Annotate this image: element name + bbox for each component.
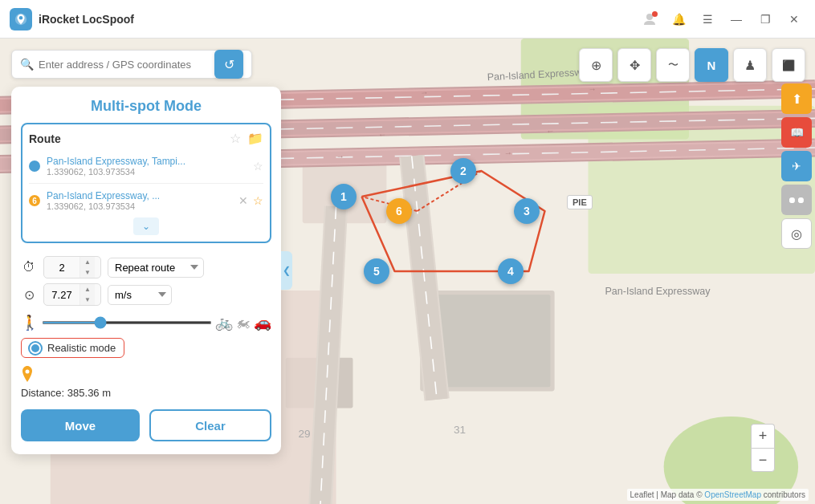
svg-text:←: ← — [377, 130, 386, 140]
map-pin-6[interactable]: 6 — [386, 198, 412, 224]
svg-point-1 — [19, 15, 23, 19]
walk-icon[interactable]: 🚶 — [21, 314, 39, 331]
menu-icon[interactable]: ☰ — [696, 8, 719, 30]
maximize-button[interactable]: ❐ — [754, 8, 776, 30]
map-pin-5[interactable]: 5 — [364, 258, 389, 284]
speed-input-wrap: ▲ ▼ — [43, 283, 101, 306]
move-button[interactable]: Move — [21, 409, 140, 441]
distance-row: Distance: 385.36 m — [11, 384, 281, 406]
realistic-mode-box[interactable]: Realistic mode — [21, 338, 124, 358]
moto-icon[interactable]: 🏍 — [236, 315, 251, 331]
speed-row: ⊙ ▲ ▼ m/s km/h mph — [11, 282, 281, 309]
expand-btn-wrap: ⌄ — [29, 217, 263, 235]
minimize-button[interactable]: — — [725, 8, 748, 30]
toolbar-compass-btn[interactable]: ⊕ — [579, 48, 613, 82]
repeat-input[interactable] — [44, 258, 79, 277]
speed-unit-select[interactable]: m/s km/h mph — [108, 285, 172, 305]
send-btn[interactable]: ✈ — [781, 151, 812, 181]
window-controls: 🔔 ☰ — ❐ ✕ — [638, 8, 805, 30]
zoom-in-button[interactable]: + — [751, 424, 775, 448]
route-item-star-6[interactable]: ☆ — [253, 194, 263, 207]
route-item-text-6: Pan-Island Expressway, ... 1.339062, 103… — [47, 190, 232, 211]
zoom-out-button[interactable]: − — [751, 448, 775, 472]
route-dot-6: 6 — [29, 195, 40, 206]
speed-icon: ⊙ — [21, 287, 37, 303]
toolbar-route-btn[interactable]: 〜 — [656, 48, 690, 82]
toggle-btn[interactable]: ⏺⏺ — [781, 185, 812, 215]
map-container[interactable]: → → → → ← ← ← → → → Pan-Island Expresswa… — [0, 39, 815, 504]
transport-slider[interactable] — [42, 321, 212, 324]
expand-button[interactable]: ⌄ — [133, 217, 159, 235]
repeat-icon: ⏱ — [21, 260, 37, 274]
realistic-mode-label: Realistic mode — [47, 342, 116, 354]
realistic-row: Realistic mode — [11, 333, 281, 363]
route-label: Route — [29, 132, 61, 145]
map-pin-4[interactable]: 4 — [498, 258, 524, 284]
map-pin-1[interactable]: 1 — [331, 184, 357, 209]
map-attribution: Leaflet | Map data © OpenStreetMap contr… — [627, 489, 809, 501]
distance-label: Distance: 385.36 m — [21, 387, 111, 399]
svg-text:→: → — [420, 88, 429, 98]
speed-increment[interactable]: ▲ — [80, 284, 95, 295]
repeat-row: ⏱ ▲ ▼ Repeat route Bounce One way — [11, 250, 281, 282]
bell-icon[interactable]: 🔔 — [667, 8, 690, 30]
toolbar-move-btn[interactable]: ✥ — [617, 48, 651, 82]
bike-icon[interactable]: 🚲 — [215, 314, 233, 331]
speed-input[interactable] — [44, 286, 79, 304]
num-arrows-repeat: ▲ ▼ — [79, 257, 95, 278]
map-pin-2[interactable]: 2 — [450, 158, 476, 184]
app-logo — [10, 8, 32, 30]
route-item-star-1[interactable]: ☆ — [253, 160, 263, 173]
route-item-name-1: Pan-Island Expressway, Tampi... — [47, 156, 247, 167]
svg-text:←: ← — [546, 127, 555, 136]
route-item-icons-1: ☆ — [253, 160, 263, 173]
osm-link[interactable]: OpenStreetMap — [704, 490, 761, 499]
map-pin-3[interactable]: 3 — [514, 198, 540, 224]
repeat-increment[interactable]: ▲ — [80, 257, 95, 267]
svg-text:Pan-Island Expressway: Pan-Island Expressway — [605, 286, 711, 297]
svg-text:→: → — [336, 152, 344, 161]
route-star-icon[interactable]: ☆ — [230, 131, 241, 146]
search-input[interactable] — [39, 59, 208, 71]
route-box: Route ☆ 📁 Pan-Island Expressway, Tampi..… — [21, 123, 271, 243]
start-pin-row — [11, 363, 281, 384]
route-item: Pan-Island Expressway, Tampi... 1.339062… — [29, 152, 263, 180]
route-item-icons-6: ✕ ☆ — [238, 194, 263, 207]
svg-point-2 — [646, 14, 653, 20]
repeat-decrement[interactable]: ▼ — [80, 267, 95, 278]
panel-collapse-btn[interactable]: ❮ — [281, 251, 292, 290]
titlebar: iRocket LocSpoof 🔔 ☰ — ❐ ✕ — [0, 0, 815, 39]
route-item-6: 6 Pan-Island Expressway, ... 1.339062, 1… — [29, 187, 263, 214]
profile-icon[interactable] — [638, 8, 661, 30]
repeat-mode-select[interactable]: Repeat route Bounce One way — [108, 258, 204, 278]
route-header: Route ☆ 📁 — [29, 131, 263, 146]
action-buttons: Move Clear — [11, 406, 281, 441]
svg-text:29: 29 — [298, 428, 310, 440]
car-icon[interactable]: 🚗 — [254, 314, 271, 331]
clear-button[interactable]: Clear — [149, 409, 271, 441]
slider-wrap — [42, 321, 212, 324]
transport-row: 🚶 🚲 🏍 🚗 — [11, 309, 281, 333]
svg-text:→: → — [588, 84, 597, 94]
route-item-text-1: Pan-Island Expressway, Tampi... 1.339062… — [47, 156, 247, 177]
realistic-mode-dot — [30, 343, 41, 354]
route-item-close-6[interactable]: ✕ — [238, 194, 248, 207]
close-button[interactable]: ✕ — [783, 8, 805, 30]
target-btn[interactable]: ◎ — [781, 218, 812, 249]
app-title: iRocket LocSpoof — [39, 13, 638, 26]
route-dot-1 — [29, 161, 40, 172]
route-folder-icon[interactable]: 📁 — [247, 131, 263, 146]
bookmarks-btn[interactable]: 📖 — [781, 117, 812, 148]
refresh-button[interactable]: ↺ — [214, 50, 243, 79]
route-import-btn[interactable]: ⬆ — [781, 83, 812, 114]
panel-title: Multi-spot Mode — [11, 87, 281, 123]
map-toolbar: ⊕ ✥ 〜 N ♟ ⬛ — [579, 48, 805, 82]
repeat-input-wrap: ▲ ▼ — [43, 256, 101, 278]
toolbar-teleport-btn[interactable]: ♟ — [733, 48, 767, 82]
route-item-name-6: Pan-Island Expressway, ... — [47, 190, 232, 201]
multispot-panel: Multi-spot Mode Route ☆ 📁 Pan-Island Exp… — [11, 87, 281, 454]
pie-road-label: PIE — [567, 195, 593, 209]
speed-decrement[interactable]: ▼ — [80, 295, 95, 305]
toolbar-multispot-btn[interactable]: N — [695, 48, 728, 82]
search-icon: 🔍 — [20, 58, 34, 71]
